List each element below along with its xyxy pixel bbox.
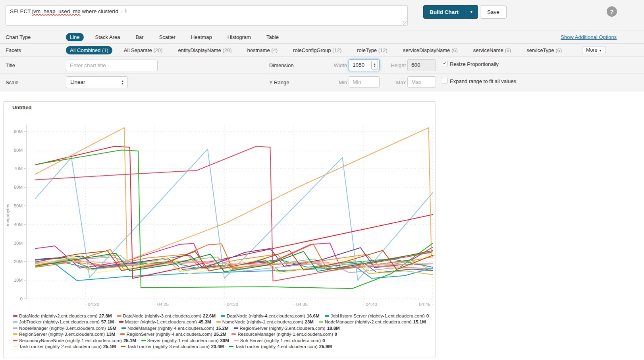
facet-option-all-separate[interactable]: All Separate (20) bbox=[120, 46, 167, 54]
legend-series-value: 45.3M bbox=[199, 319, 211, 324]
width-stepper[interactable]: ▲▼ bbox=[371, 61, 378, 70]
title-dimension-row: Title Dimension Width 1050 ▲▼ Height 600… bbox=[0, 57, 644, 74]
legend-item: NodeManager (nightly-3.ent.cloudera.com)… bbox=[13, 325, 116, 331]
chart-type-option-table[interactable]: Table bbox=[262, 33, 283, 41]
legend-series-name: NameNode (nightly-1.ent.cloudera.com) bbox=[222, 319, 303, 324]
resize-proportionally-checkbox[interactable] bbox=[442, 61, 447, 66]
width-label: Width bbox=[330, 62, 347, 68]
facet-option-entitydisplayname[interactable]: entityDisplayName (20) bbox=[174, 46, 235, 54]
legend-series-value: 57.1M bbox=[101, 319, 114, 324]
width-input[interactable]: 1050 ▲▼ bbox=[349, 59, 380, 71]
build-chart-button-group: Build Chart ▼ bbox=[423, 5, 478, 19]
facets-more-button[interactable]: More ▼ bbox=[582, 46, 606, 54]
legend-series-value: 25.1M bbox=[123, 338, 136, 343]
min-label: Min bbox=[330, 79, 347, 85]
facet-option-servicetype[interactable]: serviceType (6) bbox=[523, 46, 566, 54]
legend-series-name: ResourceManager (nightly-1.ent.cloudera.… bbox=[237, 332, 333, 337]
legend-series-value: 0 bbox=[322, 338, 325, 343]
legend-series-name: DataNode (nightly-3.ent.cloudera.com) bbox=[123, 314, 202, 318]
chart-preview-panel: Untitled 010M20M30M40M50M60M70M80M90M04:… bbox=[3, 101, 436, 358]
build-chart-dropdown-caret-icon[interactable]: ▼ bbox=[465, 5, 478, 19]
y-tick-label: 90M bbox=[14, 129, 23, 134]
legend-item: TaskTracker (nightly-2.ent.cloudera.com)… bbox=[13, 344, 116, 350]
legend-series-name: JobTracker (nightly-1.ent.cloudera.com) bbox=[19, 319, 100, 324]
facet-option-hostname[interactable]: hostname (4) bbox=[243, 46, 282, 54]
scale-select[interactable]: Linear ▲▼ bbox=[66, 76, 128, 88]
legend-series-name: RegionServer (nightly-4.ent.cloudera.com… bbox=[126, 332, 212, 337]
facets-row: Facets All Combined (1)All Separate (20)… bbox=[0, 44, 644, 57]
build-chart-button[interactable]: Build Chart bbox=[423, 5, 465, 19]
legend-series-name: DataNode (nightly-4.ent.cloudera.com) bbox=[227, 314, 305, 318]
save-button[interactable]: Save bbox=[480, 5, 507, 19]
x-tick-label: 04:45 bbox=[419, 302, 430, 307]
legend-swatch-icon bbox=[13, 346, 17, 347]
legend-series-value: 15M bbox=[108, 326, 116, 331]
legend-swatch-icon bbox=[221, 315, 225, 317]
facet-option-servicedisplayname[interactable]: serviceDisplayName (6) bbox=[399, 46, 462, 54]
chart-type-option-line[interactable]: Line bbox=[66, 33, 84, 41]
chart-type-option-scatter[interactable]: Scatter bbox=[155, 33, 179, 41]
legend-item: RegionServer (nightly-2.ent.cloudera.com… bbox=[234, 325, 340, 331]
legend-swatch-icon bbox=[121, 346, 125, 347]
legend-swatch-icon bbox=[117, 315, 121, 317]
legend-item: DataNode (nightly-2.ent.cloudera.com)27.… bbox=[13, 313, 112, 319]
x-tick-label: 04:25 bbox=[157, 302, 169, 307]
chart-type-option-histogram[interactable]: Histogram bbox=[224, 33, 255, 41]
width-value: 1050 bbox=[353, 62, 364, 68]
legend-series-value: 25.9M bbox=[319, 344, 332, 349]
query-input[interactable]: SELECT jvm_heap_used_mb where clusterId … bbox=[6, 5, 408, 26]
x-tick-label: 04:20 bbox=[88, 302, 99, 307]
dimension-label: Dimension bbox=[269, 62, 293, 68]
series-line-namenode-nightly-1 bbox=[35, 128, 435, 261]
height-value: 600 bbox=[411, 62, 420, 68]
y-tick-label: 50M bbox=[14, 203, 23, 208]
chart-legend: DataNode (nightly-2.ent.cloudera.com)27.… bbox=[13, 313, 429, 350]
page: SELECT jvm_heap_used_mb where clusterId … bbox=[0, 0, 644, 360]
textarea-resize-grip[interactable] bbox=[403, 21, 407, 25]
legend-swatch-icon bbox=[216, 321, 221, 323]
facet-option-servicename[interactable]: serviceName (6) bbox=[469, 46, 515, 54]
chart-type-option-heatmap[interactable]: Heatmap bbox=[187, 33, 216, 41]
legend-item: Master (nightly-1.ent.cloudera.com)45.3M bbox=[119, 319, 211, 325]
y-tick-label: 70M bbox=[14, 166, 23, 171]
facet-option-roleconfiggroup[interactable]: roleConfigGroup (12) bbox=[289, 46, 345, 54]
legend-swatch-icon bbox=[120, 333, 125, 335]
y-tick-label: 60M bbox=[14, 185, 23, 190]
legend-item: NodeManager (nightly-4.ent.cloudera.com)… bbox=[121, 325, 229, 331]
legend-series-name: TaskTracker (nightly-2.ent.cloudera.com) bbox=[19, 344, 102, 349]
chart-title-input[interactable] bbox=[66, 60, 158, 71]
show-additional-options-link[interactable]: Show Additional Options bbox=[561, 34, 617, 40]
help-icon[interactable]: ? bbox=[607, 6, 617, 17]
y-tick-label: 30M bbox=[14, 241, 23, 246]
legend-series-name: Solr Server (nightly-1.ent.cloudera.com) bbox=[240, 338, 321, 343]
facet-option-all-combined[interactable]: All Combined (1) bbox=[66, 46, 112, 54]
legend-item: TaskTracker (nightly-3.ent.cloudera.com)… bbox=[121, 344, 224, 350]
expand-range-label: Expand range to fit all values bbox=[450, 78, 516, 84]
legend-series-name: TaskTracker (nightly-4.ent.cloudera.com) bbox=[235, 344, 318, 349]
legend-item: JobTracker (nightly-1.ent.cloudera.com)5… bbox=[13, 319, 114, 325]
legend-item: ResourceManager (nightly-1.ent.cloudera.… bbox=[231, 331, 337, 337]
scale-yrange-row: Scale Linear ▲▼ Y Range Min Max Expand r… bbox=[0, 74, 644, 91]
legend-swatch-icon bbox=[13, 333, 17, 335]
legend-series-name: NodeManager (nightly-3.ent.cloudera.com) bbox=[19, 326, 106, 331]
chart-builder-controls: SELECT jvm_heap_used_mb where clusterId … bbox=[0, 0, 644, 91]
legend-item: JobHistory Server (nightly-1.ent.clouder… bbox=[325, 313, 429, 319]
chart-type-option-bar[interactable]: Bar bbox=[131, 33, 147, 41]
legend-item: Solr Server (nightly-1.ent.cloudera.com)… bbox=[234, 338, 325, 344]
height-label: Height bbox=[386, 62, 406, 68]
legend-series-value: 27.8M bbox=[99, 314, 112, 318]
legend-swatch-icon bbox=[234, 340, 239, 341]
legend-item: SecondaryNameNode (nightly-1.ent.clouder… bbox=[13, 338, 136, 344]
expand-range-checkbox[interactable] bbox=[442, 78, 447, 83]
legend-series-name: RegionServer (nightly-3.ent.cloudera.com… bbox=[19, 332, 105, 337]
legend-series-value: 15.1M bbox=[413, 319, 426, 324]
y-max-input[interactable] bbox=[407, 76, 436, 88]
facet-option-roletype[interactable]: roleType (12) bbox=[353, 46, 391, 54]
y-tick-label: 40M bbox=[14, 222, 23, 227]
y-min-input[interactable] bbox=[349, 76, 380, 88]
legend-series-value: 16.6M bbox=[307, 314, 320, 318]
query-row: SELECT jvm_heap_used_mb where clusterId … bbox=[0, 0, 644, 31]
chart-type-option-stack-area[interactable]: Stack Area bbox=[91, 33, 124, 41]
legend-item: TaskTracker (nightly-4.ent.cloudera.com)… bbox=[229, 344, 332, 350]
legend-item: Server (nightly-1.ent.cloudera.com)30M bbox=[141, 338, 229, 344]
